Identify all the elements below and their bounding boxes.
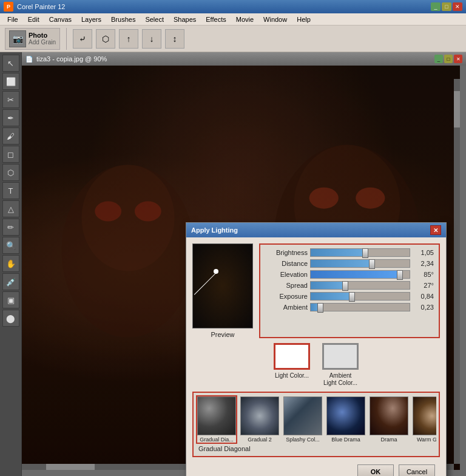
tool-zoom[interactable]: 🔍 (2, 237, 19, 254)
menu-canvas[interactable]: Canvas (44, 15, 76, 24)
light-color-label: Light Color... (275, 372, 309, 379)
preset-label: Photo (29, 32, 56, 39)
slider-row-spread: Spread 27° (265, 281, 434, 290)
doc-maximize[interactable]: □ (444, 55, 453, 63)
slider-label-brightness: Brightness (265, 249, 308, 256)
light-color-section[interactable]: Light Color... (274, 343, 310, 379)
ambient-light-section[interactable]: AmbientLight Color... (322, 343, 359, 387)
preset-drama[interactable]: Drama (368, 395, 410, 444)
cancel-button[interactable]: Cancel (399, 464, 435, 476)
tool-color[interactable]: ⬤ (2, 310, 19, 327)
slider-thumb-brightness[interactable] (362, 248, 368, 258)
tool-paint[interactable]: ✒ (2, 109, 19, 126)
doc-minimize[interactable]: _ (434, 55, 443, 63)
scroll-thumb-h[interactable] (46, 464, 95, 470)
menu-bar: File Edit Canvas Layers Brushes Select S… (0, 13, 466, 25)
tool-shape[interactable]: △ (2, 200, 19, 217)
slider-value-spread: 27° (413, 282, 434, 289)
slider-track-spread[interactable] (310, 281, 410, 290)
toolbox: ↖ ⬜ ✂ ✒ 🖌 ◻ ⬡ T △ ✏ 🔍 ✋ 💉 ▣ ⬤ (0, 52, 22, 476)
menu-movie[interactable]: Movie (231, 15, 258, 24)
slider-row-ambient: Ambient 0,23 (265, 303, 434, 311)
doc-close[interactable]: ✕ (454, 55, 462, 63)
dialog-body: Preview Brightness 1,05 (186, 237, 446, 476)
menu-help[interactable]: Help (292, 15, 316, 24)
tool-gradient[interactable]: ▣ (2, 291, 19, 308)
doc-title: tiza3 - copia.jpg @ 90% (36, 55, 107, 63)
tool-pen[interactable]: ✏ (2, 219, 19, 236)
menu-brushes[interactable]: Brushes (106, 15, 140, 24)
apply-lighting-dialog: Apply Lighting ✕ Preview (186, 222, 447, 476)
ok-button[interactable]: OK (357, 464, 394, 476)
tool-brush[interactable]: 🖌 (2, 127, 19, 144)
preset-gradual2[interactable]: Gradual 2 (239, 395, 280, 444)
slider-fill-exposure (311, 293, 352, 300)
tool-fill[interactable]: ⬡ (2, 164, 19, 181)
slider-thumb-exposure[interactable] (349, 292, 355, 302)
slider-thumb-spread[interactable] (342, 281, 348, 291)
minimize-button[interactable]: _ (431, 2, 441, 11)
menu-shapes[interactable]: Shapes (169, 15, 201, 24)
slider-thumb-ambient[interactable] (317, 303, 323, 313)
preset-sublabel: Add Grain (29, 39, 56, 46)
preset-splashy[interactable]: Splashy Col... (282, 395, 323, 444)
dialog-close-button[interactable]: ✕ (430, 225, 441, 235)
tool-select[interactable]: ↖ (2, 55, 19, 72)
tool-crop[interactable]: ✂ (2, 91, 19, 108)
selected-preset-name: Gradual Diagonal (196, 444, 436, 454)
color-row: Light Color... AmbientLight Color... (192, 343, 440, 387)
preset-warm-globe[interactable]: Warm Globe (411, 395, 436, 444)
preset-gradual-diagonal[interactable]: Gradual Dia... (196, 395, 237, 444)
slider-track-distance[interactable] (310, 259, 410, 268)
light-color-swatch[interactable] (274, 343, 310, 370)
slider-label-distance: Distance (265, 260, 308, 267)
ambient-light-label: AmbientLight Color... (323, 372, 357, 387)
menu-edit[interactable]: Edit (23, 15, 44, 24)
vertical-scrollbar[interactable] (454, 79, 460, 464)
dialog-title: Apply Lighting (191, 226, 238, 234)
tool-eyedrop[interactable]: 💉 (2, 273, 19, 290)
tool-pan[interactable]: ✋ (2, 255, 19, 272)
tool-transform[interactable]: ⬜ (2, 73, 19, 90)
slider-value-exposure: 0,84 (413, 293, 434, 300)
slider-value-elevation: 85° (413, 271, 434, 278)
tool-eraser[interactable]: ◻ (2, 146, 19, 163)
preview-label: Preview (211, 331, 234, 338)
toolbar: 📷 Photo Add Grain ⤶ ⬡ ↑ ↓ ↕ (0, 25, 466, 52)
toolbar-btn-1[interactable]: ⤶ (73, 29, 92, 49)
close-button[interactable]: ✕ (453, 2, 462, 11)
preset-blue-drama[interactable]: Blue Drama (325, 395, 366, 444)
dialog-top-row: Preview Brightness 1,05 (192, 243, 440, 338)
slider-label-spread: Spread (265, 282, 308, 289)
menu-window[interactable]: Window (258, 15, 292, 24)
toolbar-btn-4[interactable]: ↓ (142, 29, 161, 49)
slider-fill-spread (311, 282, 345, 289)
slider-track-elevation[interactable] (310, 270, 410, 279)
slider-track-ambient[interactable] (310, 303, 410, 311)
preset-name-splashy: Splashy Col... (286, 437, 320, 443)
menu-layers[interactable]: Layers (76, 15, 106, 24)
dialog-titlebar: Apply Lighting ✕ (186, 223, 446, 237)
toolbar-btn-3[interactable]: ↑ (119, 29, 138, 49)
slider-label-ambient: Ambient (265, 304, 308, 311)
toolbar-btn-5[interactable]: ↕ (165, 29, 184, 49)
preview-section: Preview (192, 243, 253, 338)
ambient-light-swatch[interactable] (322, 343, 359, 370)
preset-name-blue-drama: Blue Drama (331, 437, 360, 443)
scroll-thumb-v[interactable] (454, 91, 460, 127)
sliders-section: Brightness 1,05 Distance (259, 243, 440, 338)
menu-effects[interactable]: Effects (201, 15, 231, 24)
slider-track-exposure[interactable] (310, 292, 410, 301)
tool-preset-box[interactable]: 📷 Photo Add Grain (5, 28, 60, 50)
menu-file[interactable]: File (2, 15, 23, 24)
slider-thumb-elevation[interactable] (397, 270, 403, 280)
preset-img-warm-globe (413, 396, 436, 435)
menu-select[interactable]: Select (140, 15, 169, 24)
toolbar-btn-2[interactable]: ⬡ (96, 29, 115, 49)
tool-text[interactable]: T (2, 182, 19, 199)
slider-track-brightness[interactable] (310, 248, 410, 257)
doc-titlebar: 📄 tiza3 - copia.jpg @ 90% _ □ ✕ (22, 52, 466, 66)
slider-thumb-distance[interactable] (369, 259, 375, 269)
maximize-button[interactable]: □ (442, 2, 451, 11)
slider-value-ambient: 0,23 (413, 304, 434, 311)
